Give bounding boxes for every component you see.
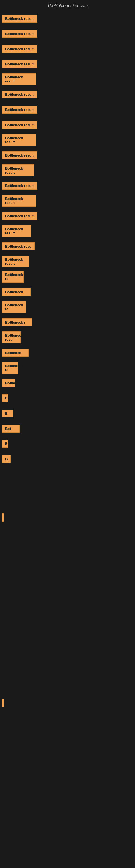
bottleneck-label: Bottleneck resu (2, 243, 35, 250)
bottleneck-label: Bottleneck result (2, 106, 37, 114)
list-item: Bottleneck resu (0, 239, 135, 253)
spacer-row (0, 582, 135, 596)
spacer-row (0, 554, 135, 568)
bottleneck-label: Bottleneck result (2, 182, 37, 190)
tiny-bar-row (2, 510, 135, 525)
list-item: Bottleneck result (0, 163, 135, 177)
list-item: Bottleneck result (0, 42, 135, 56)
list-item: Bottleneck re (0, 270, 135, 284)
list-item: Bottleneck result (0, 254, 135, 269)
bottom-tiny-bar-indicator (2, 699, 4, 707)
tiny-bar-indicator (2, 514, 4, 522)
bottleneck-label: Bottleneck re (2, 362, 18, 374)
list-item: Bottleneck result (0, 11, 135, 26)
site-title: TheBottlenecker.com (0, 1, 135, 10)
list-item: B (0, 452, 135, 466)
bottleneck-label: Bottleneck result (2, 225, 31, 237)
list-item: Bottlen (0, 437, 135, 451)
bottleneck-label: Bottleneck resu (2, 332, 20, 343)
page-container: TheBottlenecker.com Bottleneck result Bo… (0, 0, 135, 710)
list-item: Bott (0, 391, 135, 405)
bottleneck-label: Bottle (2, 379, 15, 387)
list-item: Bottleneck (0, 285, 135, 299)
spacer-row (0, 610, 135, 624)
spacer-row (0, 624, 135, 639)
list-item: Bottleneck result (0, 57, 135, 71)
list-item: Bottleneck result (0, 209, 135, 223)
list-item: Bottleneck result (0, 118, 135, 132)
spacer-row (0, 467, 135, 481)
bottleneck-label: Bottlen (2, 440, 8, 447)
list-item: Bottleneck result (0, 87, 135, 101)
bottleneck-label: Bottleneck result (2, 14, 37, 23)
bottleneck-label: Bottleneck result (2, 121, 37, 129)
list-item: Bottleneck re (0, 300, 135, 314)
bottleneck-label: Bottleneck result (2, 91, 37, 98)
bottleneck-label: Bottleneck result (2, 212, 37, 220)
list-item: Bottleneck result (0, 72, 135, 86)
bottleneck-label: Bottleneck result (2, 60, 37, 68)
list-item: Bottleneck result (0, 194, 135, 208)
bottleneck-label: Bott (2, 394, 8, 402)
spacer-row (0, 495, 135, 509)
list-item: Bottleneck result (0, 148, 135, 162)
list-item: Bottleneck re (0, 361, 135, 375)
list-item: Bottleneck result (0, 102, 135, 117)
list-item: B (0, 406, 135, 421)
spacer-row (0, 596, 135, 610)
bottleneck-label: Bottleneck r (2, 318, 32, 326)
bottleneck-label: Bottleneck result (2, 30, 37, 38)
list-item: Bottleneck result (0, 179, 135, 193)
bottleneck-label: Bottleneck result (2, 195, 36, 207)
list-item: Bottleneck resu (0, 330, 135, 344)
spacer-row (0, 568, 135, 582)
bottleneck-label: Bot (2, 425, 20, 433)
spacer-row (0, 639, 135, 653)
bottleneck-label: Bottleneck result (2, 151, 37, 159)
list-item: Bottleneck result (0, 27, 135, 41)
list-item: Bottleneck result (0, 224, 135, 238)
bottleneck-label: Bottleneck result (2, 45, 37, 53)
bottleneck-label: Bottleneck re (2, 271, 24, 283)
list-item: Bot (0, 422, 135, 436)
spacer-row (0, 653, 135, 667)
bottleneck-label: Bottleneck re (2, 301, 26, 313)
list-item: Bottlenec (0, 346, 135, 360)
list-item: Bottleneck result (0, 133, 135, 147)
spacer-row (0, 526, 135, 540)
bottleneck-label: Bottleneck result (2, 73, 36, 85)
spacer-row (0, 681, 135, 695)
bottleneck-label: B (2, 455, 10, 463)
spacer-row (0, 540, 135, 554)
bottleneck-label: B (2, 410, 13, 417)
list-item: Bottleneck r (0, 315, 135, 329)
bottleneck-label: Bottleneck result (2, 255, 29, 268)
list-item: Bottle (0, 376, 135, 390)
spacer-row (0, 667, 135, 681)
bottleneck-label: Bottlenec (2, 349, 29, 357)
bottleneck-label: Bottleneck result (2, 164, 34, 176)
spacer-row (0, 481, 135, 495)
bottleneck-label: Bottleneck (2, 288, 31, 296)
bottleneck-label: Bottleneck result (2, 134, 36, 146)
bottom-tiny-bar-row (2, 696, 135, 710)
